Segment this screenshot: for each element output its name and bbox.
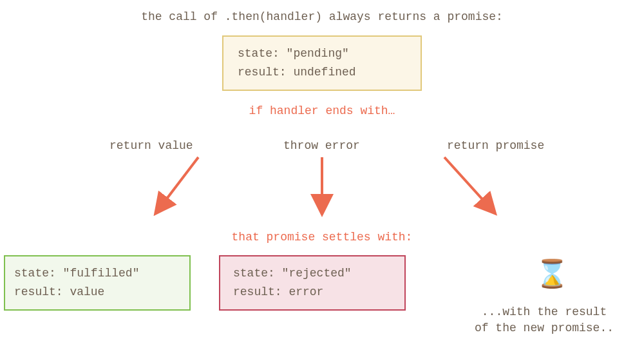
branch-return-promise: return promise (447, 139, 544, 152)
hourglass-icon: ⌛ (535, 262, 569, 289)
new-promise-result-text: ...with the result of the new promise.. (451, 304, 638, 336)
new-promise-line1: ...with the result (451, 304, 638, 320)
handler-ends-label: if handler ends with… (0, 104, 644, 117)
rejected-result-line: result: error (233, 283, 392, 302)
rejected-state-box: state: "rejected" result: error (219, 255, 406, 311)
settles-label: that promise settles with: (0, 231, 644, 244)
fulfilled-state-box: state: "fulfilled" result: value (4, 255, 191, 311)
arrow-return-value (157, 157, 198, 211)
pending-state-box: state: "pending" result: undefined (222, 35, 422, 91)
rejected-state-line: state: "rejected" (233, 264, 392, 283)
branch-throw-error: throw error (283, 139, 360, 152)
diagram-title: the call of .then(handler) always return… (0, 10, 644, 23)
fulfilled-state-line: state: "fulfilled" (14, 264, 180, 283)
arrow-return-promise (444, 157, 493, 211)
branch-return-value: return value (109, 139, 193, 152)
new-promise-line2: of the new promise.. (451, 320, 638, 336)
fulfilled-result-line: result: value (14, 283, 180, 302)
pending-result-line: result: undefined (238, 63, 406, 82)
pending-state-line: state: "pending" (238, 44, 406, 63)
